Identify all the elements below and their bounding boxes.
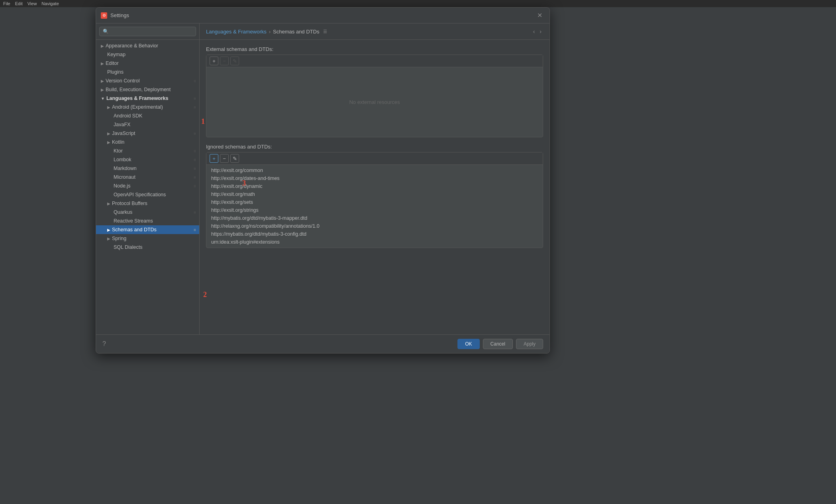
list-item: http://exslt.org/math xyxy=(206,190,543,198)
settings-icon-quarkus: ≡ xyxy=(194,210,196,215)
settings-icon-node: ≡ xyxy=(194,184,196,188)
sidebar-item-openapi[interactable]: OpenAPI Specifications xyxy=(96,190,199,199)
cancel-button[interactable]: Cancel xyxy=(483,339,513,349)
nav-arrows: ‹ › xyxy=(532,27,543,35)
external-remove-button[interactable]: − xyxy=(220,57,229,65)
settings-icon-lombok: ≡ xyxy=(194,158,196,162)
sidebar-item-javascript[interactable]: ▶ JavaScript ≡ xyxy=(96,129,199,138)
sidebar-item-reactive-streams[interactable]: Reactive Streams xyxy=(96,217,199,225)
list-item: http://exslt.org/strings xyxy=(206,206,543,214)
sidebar-item-javafx[interactable]: JavaFX xyxy=(96,120,199,129)
dialog-title: Settings xyxy=(110,12,532,18)
list-item: http://exslt.org/common xyxy=(206,166,543,174)
main-content: Languages & Frameworks › Schemas and DTD… xyxy=(200,23,549,334)
chevron-right-icon: ▶ xyxy=(101,88,104,92)
dialog-icon: ⚙ xyxy=(101,12,107,19)
sidebar-item-build[interactable]: ▶ Build, Execution, Deployment xyxy=(96,85,199,94)
ignored-add-button[interactable]: + xyxy=(210,154,218,163)
close-button[interactable]: ✕ xyxy=(535,11,545,20)
external-edit-button[interactable]: ✎ xyxy=(230,57,239,65)
external-schemas-section: External schemas and DTDs: + − ✎ No exte… xyxy=(206,46,543,137)
settings-icon-js: ≡ xyxy=(194,131,196,136)
chevron-right-icon: ▶ xyxy=(101,44,104,48)
list-item: http://exslt.org/sets xyxy=(206,198,543,206)
sidebar-item-protocol-buffers[interactable]: ▶ Protocol Buffers xyxy=(96,199,199,208)
settings-icon: ≡ xyxy=(194,79,196,83)
sidebar-item-kotlin[interactable]: ▶ Kotlin xyxy=(96,138,199,147)
ignored-schemas-title: Ignored schemas and DTDs: xyxy=(206,144,543,150)
settings-icon-lang: ≡ xyxy=(194,96,196,101)
menu-file[interactable]: File xyxy=(3,1,10,6)
list-item: https://mybatis.org/dtd/mybatis-3-config… xyxy=(206,230,543,238)
ignored-remove-button[interactable]: − xyxy=(220,154,229,163)
sidebar-item-sql-dialects[interactable]: SQL Dialects xyxy=(96,243,199,252)
breadcrumb-bar: Languages & Frameworks › Schemas and DTD… xyxy=(200,23,549,40)
forward-arrow[interactable]: › xyxy=(538,27,543,35)
external-schemas-toolbar: + − ✎ xyxy=(206,55,543,67)
sidebar-item-spring[interactable]: ▶ Spring xyxy=(96,234,199,243)
breadcrumb-separator: › xyxy=(269,29,271,35)
settings-icon-ktor: ≡ xyxy=(194,149,196,153)
external-schemas-title: External schemas and DTDs: xyxy=(206,46,543,52)
chevron-right-icon: ▶ xyxy=(101,79,104,83)
settings-dialog: ⚙ Settings ✕ ▶ Appearance & Behavior xyxy=(96,7,550,354)
sidebar-item-lombok[interactable]: Lombok ≡ xyxy=(96,155,199,164)
settings-icon-md: ≡ xyxy=(194,166,196,171)
sidebar-item-editor[interactable]: ▶ Editor xyxy=(96,59,199,68)
sidebar-item-micronaut[interactable]: Micronaut ≡ xyxy=(96,173,199,182)
ok-button[interactable]: OK xyxy=(457,339,479,349)
search-box xyxy=(96,23,199,40)
list-item: http://relaxng.org/ns/compatibility/anno… xyxy=(206,222,543,230)
ignored-edit-button[interactable]: ✎ xyxy=(230,154,239,163)
list-item: http://mybatis.org/dtd/mybatis-3-mapper.… xyxy=(206,214,543,222)
sidebar-tree: ▶ Appearance & Behavior Keymap ▶ Editor xyxy=(96,40,199,334)
sidebar-item-schemas-dtds[interactable]: ▶ Schemas and DTDs ≡ xyxy=(96,225,199,234)
menu-navigate[interactable]: Navigate xyxy=(41,1,59,6)
breadcrumb-parent[interactable]: Languages & Frameworks xyxy=(206,29,267,35)
list-item: http://exslt.org/dates-and-times xyxy=(206,174,543,182)
apply-button[interactable]: Apply xyxy=(516,339,543,349)
back-arrow[interactable]: ‹ xyxy=(532,27,537,35)
menu-edit[interactable]: Edit xyxy=(15,1,23,6)
ide-background: File Edit View Navigate ⚙ Settings ✕ ▶ xyxy=(0,0,836,504)
annotation-2: 2 xyxy=(203,291,207,299)
sidebar-item-appearance[interactable]: ▶ Appearance & Behavior xyxy=(96,41,199,50)
sidebar-item-markdown[interactable]: Markdown ≡ xyxy=(96,164,199,173)
list-item: http://exslt.org/dynamic xyxy=(206,182,543,190)
sidebar-item-plugins[interactable]: Plugins xyxy=(96,68,199,76)
annotation-1: 1 xyxy=(201,117,205,126)
sidebar-item-quarkus[interactable]: Quarkus ≡ xyxy=(96,208,199,217)
chevron-right-icon: ▶ xyxy=(107,105,110,109)
sidebar-item-android-exp[interactable]: ▶ Android (Experimental) ≡ xyxy=(96,103,199,111)
dialog-footer: ? OK Cancel Apply xyxy=(96,334,549,353)
menu-view[interactable]: View xyxy=(27,1,37,6)
chevron-right-icon: ▶ xyxy=(107,236,110,241)
search-input[interactable] xyxy=(99,27,196,36)
dialog-title-bar: ⚙ Settings ✕ xyxy=(96,8,549,23)
chevron-right-icon: ▶ xyxy=(101,61,104,66)
sidebar-item-android-sdk[interactable]: Android SDK xyxy=(96,111,199,120)
external-add-button[interactable]: + xyxy=(210,57,218,65)
annotation-3: 3 xyxy=(242,179,246,188)
breadcrumb-menu-icon[interactable]: ☰ xyxy=(323,29,327,34)
list-item: urn:idea:xslt-plugin#extensions xyxy=(206,238,543,246)
settings-icon-schemas: ≡ xyxy=(194,228,196,232)
settings-icon-android: ≡ xyxy=(194,105,196,109)
breadcrumb-current: Schemas and DTDs xyxy=(273,29,319,35)
sidebar-item-keymap[interactable]: Keymap xyxy=(96,50,199,59)
settings-sidebar: ▶ Appearance & Behavior Keymap ▶ Editor xyxy=(96,23,200,334)
help-button[interactable]: ? xyxy=(102,340,106,348)
content-area: External schemas and DTDs: + − ✎ No exte… xyxy=(200,40,549,334)
ignored-schemas-toolbar: + − ✎ xyxy=(206,152,543,165)
chevron-down-icon: ▼ xyxy=(101,96,105,101)
sidebar-item-version-control[interactable]: ▶ Version Control ≡ xyxy=(96,76,199,85)
sidebar-item-nodejs[interactable]: Node.js ≡ xyxy=(96,182,199,190)
chevron-right-icon: ▶ xyxy=(107,228,110,232)
sidebar-item-languages[interactable]: ▼ Languages & Frameworks ≡ xyxy=(96,94,199,103)
ignored-schemas-panel: + − ✎ http://exslt.org/common http://exs… xyxy=(206,152,543,248)
chevron-right-icon: ▶ xyxy=(107,201,110,206)
sidebar-item-ktor[interactable]: Ktor ≡ xyxy=(96,147,199,155)
ide-menubar: File Edit View Navigate xyxy=(0,0,836,7)
chevron-right-icon: ▶ xyxy=(107,140,110,145)
dialog-body: ▶ Appearance & Behavior Keymap ▶ Editor xyxy=(96,23,549,334)
